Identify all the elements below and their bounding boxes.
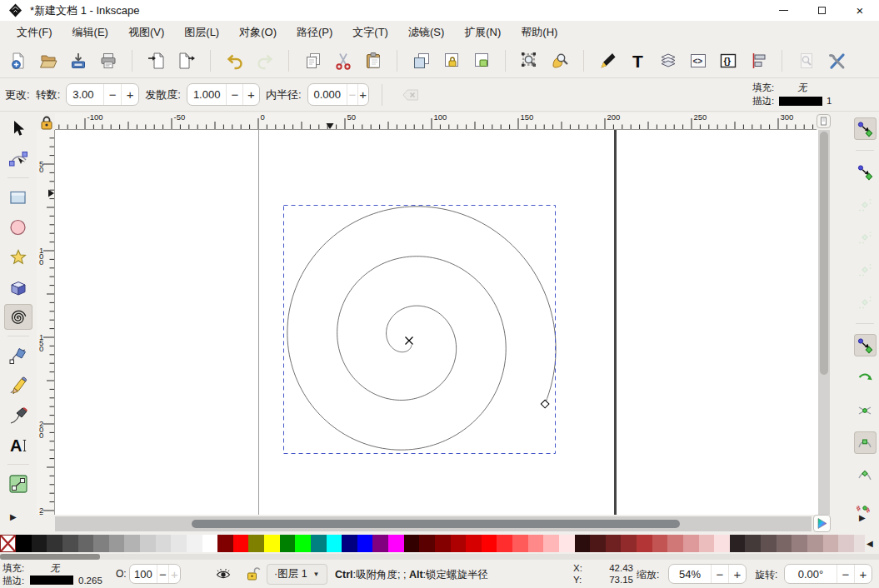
align-distribute-button[interactable] xyxy=(745,48,771,74)
palette-swatch[interactable] xyxy=(217,535,233,552)
import-button[interactable] xyxy=(143,48,169,74)
menu-layer[interactable]: 图层(L) xyxy=(174,22,229,43)
spiral-outer-handle[interactable] xyxy=(541,400,549,408)
palette-swatch[interactable] xyxy=(497,535,512,552)
snap-bounding-box[interactable] xyxy=(854,161,877,183)
palette-swatch[interactable] xyxy=(606,535,622,552)
reset-defaults-button[interactable] xyxy=(398,82,424,107)
palette-scroll-left-arrow[interactable]: ◀ xyxy=(867,539,873,548)
horizontal-ruler[interactable]: -100-50050100150200250300 xyxy=(55,113,817,130)
stroke-width-value[interactable]: 0.265 xyxy=(78,575,102,586)
palette-swatch[interactable] xyxy=(543,535,559,552)
duplicate-button[interactable] xyxy=(408,48,434,74)
palette-swatch[interactable] xyxy=(419,535,435,552)
palette-scrollbar[interactable] xyxy=(0,554,879,560)
unlink-clone-button[interactable] xyxy=(468,48,494,74)
rotation-increase-button[interactable]: + xyxy=(854,565,872,583)
horizontal-scrollbar-thumb[interactable] xyxy=(192,520,680,528)
paste-button[interactable] xyxy=(360,48,386,74)
ellipse-tool[interactable] xyxy=(4,214,32,240)
snap-bbox-edge-midpoints[interactable] xyxy=(854,258,877,281)
menu-help[interactable]: 帮助(H) xyxy=(511,22,567,43)
palette-swatch[interactable] xyxy=(559,535,575,552)
minimize-button[interactable] xyxy=(764,0,802,21)
spiral-center-handle[interactable] xyxy=(406,337,413,345)
palette-swatch[interactable] xyxy=(714,535,730,552)
opacity-increase-button[interactable]: + xyxy=(168,565,180,583)
guide-lock-toggle[interactable] xyxy=(38,114,55,130)
palette-swatch[interactable] xyxy=(683,535,699,552)
palette-swatch[interactable] xyxy=(652,535,668,552)
palette-swatch[interactable] xyxy=(792,535,807,552)
palette-swatch[interactable] xyxy=(838,535,854,552)
palette-swatch[interactable] xyxy=(854,535,865,552)
menu-path[interactable]: 路径(P) xyxy=(287,22,342,43)
close-button[interactable]: × xyxy=(841,0,879,21)
palette-swatch[interactable] xyxy=(93,535,109,552)
palette-swatch[interactable] xyxy=(311,535,327,552)
palette-swatch[interactable] xyxy=(171,535,187,552)
color-management-button[interactable] xyxy=(813,515,831,532)
palette-swatch[interactable] xyxy=(327,535,342,552)
fill-value[interactable]: 无 xyxy=(50,562,60,574)
zoom-drawing-button[interactable] xyxy=(547,48,572,74)
opacity-value[interactable]: 100 xyxy=(130,568,157,581)
drawing[interactable] xyxy=(55,130,818,515)
zoom-spinner[interactable]: 54%−+ xyxy=(668,564,747,584)
object-properties-button[interactable]: {} xyxy=(715,48,741,74)
palette-swatch[interactable] xyxy=(372,535,388,552)
spiral-tool[interactable] xyxy=(4,304,32,330)
pencil-tool[interactable] xyxy=(4,372,32,398)
connector-tool[interactable] xyxy=(4,471,32,496)
rotation-value[interactable]: 0.00° xyxy=(785,568,837,581)
fill-stroke-dialog-button[interactable] xyxy=(595,48,621,74)
open-document-button[interactable] xyxy=(35,48,61,74)
export-button[interactable] xyxy=(173,48,199,74)
palette-swatch[interactable] xyxy=(16,535,32,552)
palette-swatch[interactable] xyxy=(187,535,202,552)
redo-button[interactable] xyxy=(252,48,277,74)
palette-swatch[interactable] xyxy=(32,535,47,552)
layer-lock-toggle[interactable] xyxy=(246,566,261,581)
cut-button[interactable] xyxy=(330,48,356,74)
palette-swatch[interactable] xyxy=(140,535,156,552)
selector-tool[interactable] xyxy=(4,116,32,142)
palette-swatch[interactable] xyxy=(404,535,420,552)
stroke-width-value[interactable]: 1 xyxy=(827,95,832,107)
vertical-scrollbar[interactable] xyxy=(818,130,830,515)
inner-radius-field[interactable]: 0.000−+ xyxy=(307,83,369,106)
box3d-tool[interactable] xyxy=(4,274,32,300)
palette-swatch[interactable] xyxy=(528,535,544,552)
palette-swatch[interactable] xyxy=(761,535,777,552)
text-tool[interactable]: A xyxy=(4,432,32,458)
palette-swatch[interactable] xyxy=(590,535,606,552)
print-document-button[interactable] xyxy=(95,48,121,74)
snap-cusp-nodes[interactable] xyxy=(854,431,877,454)
palette-swatch[interactable] xyxy=(637,535,652,552)
fill-value[interactable]: 无 xyxy=(797,82,807,94)
new-document-button[interactable] xyxy=(5,48,31,74)
palette-swatch[interactable] xyxy=(357,535,373,552)
resize-zoom-toggle-button[interactable] xyxy=(817,114,831,128)
palette-swatch[interactable] xyxy=(807,535,823,552)
divergence-field[interactable]: 1.000−+ xyxy=(187,83,260,106)
layer-selector[interactable]: ·图层 1 ▼ xyxy=(267,564,327,585)
layers-dialog-button[interactable] xyxy=(655,48,681,74)
copy-button[interactable] xyxy=(300,48,326,74)
palette-swatch[interactable] xyxy=(512,535,528,552)
palette-swatch[interactable] xyxy=(248,535,264,552)
snap-bbox-edges[interactable] xyxy=(854,193,877,216)
divergence-field-increase-button[interactable]: + xyxy=(242,84,259,105)
palette-swatch[interactable] xyxy=(699,535,715,552)
undo-button[interactable] xyxy=(222,48,247,74)
snap-bbox-corners[interactable] xyxy=(854,226,877,248)
snapbar-expander[interactable]: ▶ xyxy=(859,513,866,522)
menu-object[interactable]: 对象(O) xyxy=(229,22,287,43)
maximize-button[interactable] xyxy=(802,0,841,21)
palette-swatch[interactable] xyxy=(264,535,280,552)
layer-visibility-toggle[interactable] xyxy=(215,566,232,581)
opacity-spinner[interactable]: 100−+ xyxy=(129,564,181,584)
palette-swatch-none[interactable] xyxy=(0,535,16,552)
palette-swatch[interactable] xyxy=(621,535,637,552)
opacity-decrease-button[interactable]: − xyxy=(157,565,168,583)
